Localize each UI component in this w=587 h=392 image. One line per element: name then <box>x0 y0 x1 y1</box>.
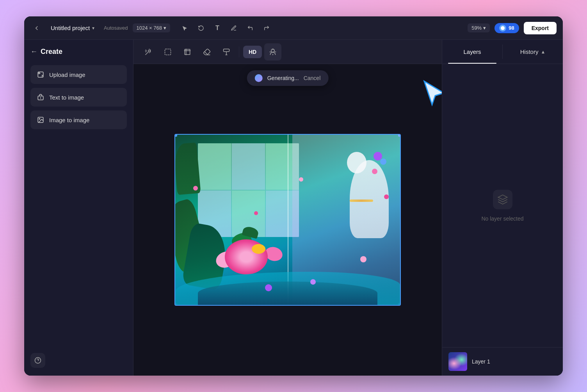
svg-rect-9 <box>165 49 171 55</box>
rect-select-button[interactable] <box>159 43 176 61</box>
help-button[interactable] <box>30 353 45 368</box>
small-flower-1 <box>193 186 198 191</box>
canvas-image <box>174 134 401 306</box>
right-sidebar: Layers History ▲ No layer selected <box>442 40 563 376</box>
layer-thumbnail <box>448 352 467 371</box>
history-tab-label: History <box>520 48 539 55</box>
text-to-image-label: Text to image <box>49 94 84 101</box>
text-to-image-icon <box>37 93 44 101</box>
right-sidebar-tabs: Layers History ▲ <box>442 40 563 64</box>
project-title-dropdown[interactable]: Untitled project ▾ <box>48 23 98 33</box>
undo-button[interactable] <box>244 21 257 35</box>
canvas-content[interactable]: Generating... Cancel <box>133 64 442 376</box>
canvas-area: HD Generating... <box>133 40 442 376</box>
credits-count: 98 <box>509 25 514 31</box>
image-to-image-label: Image to image <box>49 117 89 123</box>
right-flower-2 <box>384 194 389 199</box>
layer-name: Layer 1 <box>472 358 490 365</box>
generating-toast: Generating... Cancel <box>247 70 329 86</box>
upload-image-icon <box>37 71 44 78</box>
sidebar-header: ← Create <box>30 48 127 56</box>
small-flower-3 <box>299 177 303 182</box>
left-sidebar: ← Create Upload image <box>24 40 133 376</box>
svg-rect-10 <box>185 49 190 54</box>
generating-text: Generating... <box>267 75 299 81</box>
image-to-image-icon <box>37 116 44 124</box>
eraser-button[interactable] <box>198 43 215 61</box>
rotate-tool-button[interactable] <box>194 21 208 35</box>
layer-thumbnail-art <box>448 352 467 371</box>
crop-button[interactable] <box>179 43 196 61</box>
app-window: Untitled project ▾ Autosaved 1024 × 768 … <box>24 16 563 376</box>
tab-layers[interactable]: Layers <box>442 40 502 64</box>
cancel-button[interactable]: Cancel <box>304 75 321 81</box>
svg-point-8 <box>148 50 150 52</box>
lotus-center <box>252 244 265 254</box>
layers-tab-label: Layers <box>463 48 481 55</box>
main-layout: ← Create Upload image <box>24 40 563 376</box>
water-2 <box>198 282 378 305</box>
credits-icon <box>499 25 506 32</box>
small-flower-2 <box>254 211 258 215</box>
header: Untitled project ▾ Autosaved 1024 × 768 … <box>24 16 563 40</box>
face-enhance-button[interactable] <box>264 43 281 61</box>
text-to-image-button[interactable]: Text to image <box>30 88 127 107</box>
project-title-chevron: ▾ <box>92 25 94 31</box>
svg-marker-15 <box>424 81 442 105</box>
orb-2 <box>310 279 316 285</box>
canvas-size-selector[interactable]: 1024 × 768 ▾ <box>133 23 170 32</box>
canvas-image-wrapper <box>174 134 401 306</box>
hd-button[interactable]: HD <box>243 46 262 58</box>
right-flower-3 <box>360 256 366 262</box>
corner-handle-tl[interactable] <box>174 134 177 137</box>
zoom-control[interactable]: 59% ▾ <box>468 23 490 32</box>
credits-badge[interactable]: 98 <box>495 23 519 33</box>
svg-point-5 <box>39 118 40 119</box>
redo-button[interactable] <box>260 21 273 35</box>
autosaved-label: Autosaved <box>104 25 128 31</box>
right-sidebar-content: No layer selected <box>442 64 563 347</box>
svg-point-0 <box>501 26 505 30</box>
back-button[interactable] <box>30 22 43 34</box>
export-button[interactable]: Export <box>524 22 557 34</box>
canvas-toolbar: HD <box>133 40 442 64</box>
project-title-label: Untitled project <box>51 25 90 31</box>
no-layer-icon <box>493 190 512 209</box>
cursor-arrow <box>420 79 442 108</box>
necklace <box>350 200 373 202</box>
tab-history[interactable]: History ▲ <box>503 40 563 64</box>
image-to-image-button[interactable]: Image to image <box>30 110 127 129</box>
sidebar-back-icon: ← <box>30 48 37 56</box>
text-tool-button[interactable]: T <box>211 21 224 35</box>
magic-wand-button[interactable] <box>140 43 157 61</box>
paintbrush-button[interactable] <box>218 43 235 61</box>
generating-spinner <box>255 74 263 82</box>
sidebar-title: Create <box>41 48 62 56</box>
select-tool-button[interactable] <box>178 21 191 35</box>
history-chevron: ▲ <box>541 49 545 55</box>
woman-head <box>347 152 366 173</box>
toolbar-separator <box>239 46 239 57</box>
zoom-value: 59% <box>471 25 482 31</box>
header-tools: T <box>178 21 273 35</box>
window-panes <box>198 143 299 237</box>
layer-item[interactable]: Layer 1 <box>442 347 563 376</box>
no-layer-text: No layer selected <box>481 216 523 222</box>
pen-tool-button[interactable] <box>227 21 240 35</box>
upload-image-button[interactable]: Upload image <box>30 65 127 84</box>
upload-image-label: Upload image <box>49 71 85 78</box>
